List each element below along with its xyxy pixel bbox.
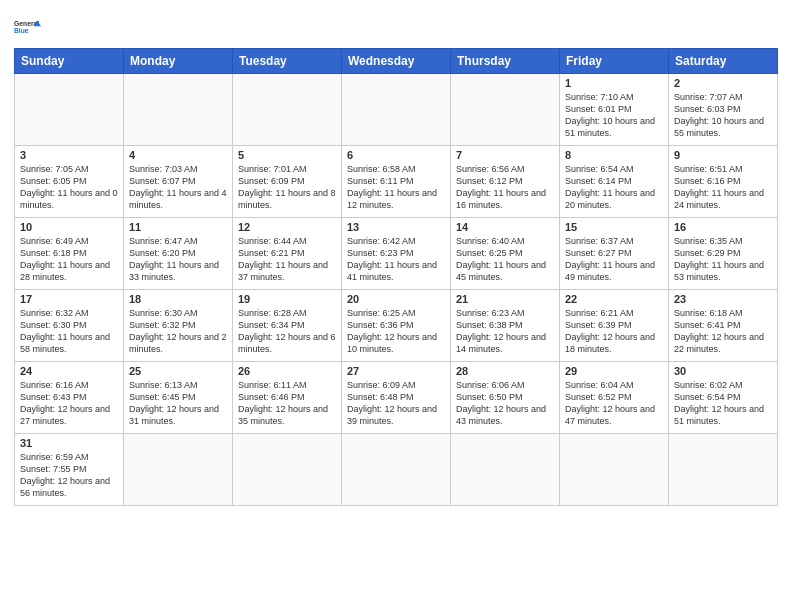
cell-info: Sunrise: 6:42 AM Sunset: 6:23 PM Dayligh… xyxy=(347,235,445,284)
cell-date: 23 xyxy=(674,293,772,305)
calendar-cell xyxy=(560,434,669,506)
cell-info: Sunrise: 7:01 AM Sunset: 6:09 PM Dayligh… xyxy=(238,163,336,212)
cell-info: Sunrise: 6:56 AM Sunset: 6:12 PM Dayligh… xyxy=(456,163,554,212)
header-row: SundayMondayTuesdayWednesdayThursdayFrid… xyxy=(15,49,778,74)
calendar-cell: 28Sunrise: 6:06 AM Sunset: 6:50 PM Dayli… xyxy=(451,362,560,434)
calendar-table: SundayMondayTuesdayWednesdayThursdayFrid… xyxy=(14,48,778,506)
cell-date: 19 xyxy=(238,293,336,305)
calendar-cell: 30Sunrise: 6:02 AM Sunset: 6:54 PM Dayli… xyxy=(669,362,778,434)
cell-date: 6 xyxy=(347,149,445,161)
calendar-cell: 7Sunrise: 6:56 AM Sunset: 6:12 PM Daylig… xyxy=(451,146,560,218)
cell-date: 4 xyxy=(129,149,227,161)
logo-icon: GeneralBlue xyxy=(14,12,44,42)
calendar-cell: 23Sunrise: 6:18 AM Sunset: 6:41 PM Dayli… xyxy=(669,290,778,362)
cell-info: Sunrise: 6:09 AM Sunset: 6:48 PM Dayligh… xyxy=(347,379,445,428)
cell-date: 1 xyxy=(565,77,663,89)
calendar-cell: 31Sunrise: 6:59 AM Sunset: 7:55 PM Dayli… xyxy=(15,434,124,506)
header-day-friday: Friday xyxy=(560,49,669,74)
calendar-cell xyxy=(124,434,233,506)
calendar-cell xyxy=(124,74,233,146)
cell-info: Sunrise: 6:30 AM Sunset: 6:32 PM Dayligh… xyxy=(129,307,227,356)
calendar-cell: 24Sunrise: 6:16 AM Sunset: 6:43 PM Dayli… xyxy=(15,362,124,434)
cell-info: Sunrise: 6:49 AM Sunset: 6:18 PM Dayligh… xyxy=(20,235,118,284)
cell-info: Sunrise: 6:40 AM Sunset: 6:25 PM Dayligh… xyxy=(456,235,554,284)
cell-date: 10 xyxy=(20,221,118,233)
header-day-saturday: Saturday xyxy=(669,49,778,74)
cell-date: 24 xyxy=(20,365,118,377)
cell-date: 29 xyxy=(565,365,663,377)
cell-date: 16 xyxy=(674,221,772,233)
cell-info: Sunrise: 6:51 AM Sunset: 6:16 PM Dayligh… xyxy=(674,163,772,212)
cell-date: 8 xyxy=(565,149,663,161)
cell-date: 22 xyxy=(565,293,663,305)
week-row-5: 31Sunrise: 6:59 AM Sunset: 7:55 PM Dayli… xyxy=(15,434,778,506)
calendar-cell: 15Sunrise: 6:37 AM Sunset: 6:27 PM Dayli… xyxy=(560,218,669,290)
calendar-cell: 2Sunrise: 7:07 AM Sunset: 6:03 PM Daylig… xyxy=(669,74,778,146)
calendar-cell: 3Sunrise: 7:05 AM Sunset: 6:05 PM Daylig… xyxy=(15,146,124,218)
cell-info: Sunrise: 6:32 AM Sunset: 6:30 PM Dayligh… xyxy=(20,307,118,356)
calendar-cell: 13Sunrise: 6:42 AM Sunset: 6:23 PM Dayli… xyxy=(342,218,451,290)
cell-info: Sunrise: 6:47 AM Sunset: 6:20 PM Dayligh… xyxy=(129,235,227,284)
calendar-cell: 8Sunrise: 6:54 AM Sunset: 6:14 PM Daylig… xyxy=(560,146,669,218)
calendar-cell: 20Sunrise: 6:25 AM Sunset: 6:36 PM Dayli… xyxy=(342,290,451,362)
cell-info: Sunrise: 7:03 AM Sunset: 6:07 PM Dayligh… xyxy=(129,163,227,212)
header-day-thursday: Thursday xyxy=(451,49,560,74)
calendar-cell: 5Sunrise: 7:01 AM Sunset: 6:09 PM Daylig… xyxy=(233,146,342,218)
cell-info: Sunrise: 6:54 AM Sunset: 6:14 PM Dayligh… xyxy=(565,163,663,212)
cell-info: Sunrise: 6:25 AM Sunset: 6:36 PM Dayligh… xyxy=(347,307,445,356)
calendar-cell xyxy=(233,434,342,506)
cell-info: Sunrise: 6:37 AM Sunset: 6:27 PM Dayligh… xyxy=(565,235,663,284)
cell-date: 7 xyxy=(456,149,554,161)
cell-info: Sunrise: 6:58 AM Sunset: 6:11 PM Dayligh… xyxy=(347,163,445,212)
cell-info: Sunrise: 7:05 AM Sunset: 6:05 PM Dayligh… xyxy=(20,163,118,212)
calendar-cell xyxy=(15,74,124,146)
calendar-cell: 26Sunrise: 6:11 AM Sunset: 6:46 PM Dayli… xyxy=(233,362,342,434)
calendar-cell: 19Sunrise: 6:28 AM Sunset: 6:34 PM Dayli… xyxy=(233,290,342,362)
cell-date: 27 xyxy=(347,365,445,377)
cell-date: 25 xyxy=(129,365,227,377)
cell-date: 20 xyxy=(347,293,445,305)
cell-date: 18 xyxy=(129,293,227,305)
cell-date: 31 xyxy=(20,437,118,449)
week-row-2: 10Sunrise: 6:49 AM Sunset: 6:18 PM Dayli… xyxy=(15,218,778,290)
calendar-cell xyxy=(342,74,451,146)
cell-info: Sunrise: 7:10 AM Sunset: 6:01 PM Dayligh… xyxy=(565,91,663,140)
cell-date: 3 xyxy=(20,149,118,161)
calendar-cell: 29Sunrise: 6:04 AM Sunset: 6:52 PM Dayli… xyxy=(560,362,669,434)
cell-info: Sunrise: 6:28 AM Sunset: 6:34 PM Dayligh… xyxy=(238,307,336,356)
calendar-cell: 21Sunrise: 6:23 AM Sunset: 6:38 PM Dayli… xyxy=(451,290,560,362)
cell-info: Sunrise: 6:16 AM Sunset: 6:43 PM Dayligh… xyxy=(20,379,118,428)
cell-date: 17 xyxy=(20,293,118,305)
cell-info: Sunrise: 6:23 AM Sunset: 6:38 PM Dayligh… xyxy=(456,307,554,356)
header-day-monday: Monday xyxy=(124,49,233,74)
cell-info: Sunrise: 6:21 AM Sunset: 6:39 PM Dayligh… xyxy=(565,307,663,356)
cell-info: Sunrise: 6:06 AM Sunset: 6:50 PM Dayligh… xyxy=(456,379,554,428)
week-row-3: 17Sunrise: 6:32 AM Sunset: 6:30 PM Dayli… xyxy=(15,290,778,362)
cell-date: 13 xyxy=(347,221,445,233)
calendar-cell: 25Sunrise: 6:13 AM Sunset: 6:45 PM Dayli… xyxy=(124,362,233,434)
calendar-cell: 17Sunrise: 6:32 AM Sunset: 6:30 PM Dayli… xyxy=(15,290,124,362)
header-day-wednesday: Wednesday xyxy=(342,49,451,74)
calendar-cell xyxy=(669,434,778,506)
calendar-cell: 22Sunrise: 6:21 AM Sunset: 6:39 PM Dayli… xyxy=(560,290,669,362)
cell-date: 30 xyxy=(674,365,772,377)
svg-text:Blue: Blue xyxy=(14,27,29,34)
calendar-cell: 14Sunrise: 6:40 AM Sunset: 6:25 PM Dayli… xyxy=(451,218,560,290)
cell-date: 21 xyxy=(456,293,554,305)
calendar-cell: 12Sunrise: 6:44 AM Sunset: 6:21 PM Dayli… xyxy=(233,218,342,290)
cell-date: 14 xyxy=(456,221,554,233)
week-row-4: 24Sunrise: 6:16 AM Sunset: 6:43 PM Dayli… xyxy=(15,362,778,434)
cell-date: 28 xyxy=(456,365,554,377)
cell-info: Sunrise: 6:11 AM Sunset: 6:46 PM Dayligh… xyxy=(238,379,336,428)
calendar-cell xyxy=(451,74,560,146)
calendar-cell: 11Sunrise: 6:47 AM Sunset: 6:20 PM Dayli… xyxy=(124,218,233,290)
cell-info: Sunrise: 6:44 AM Sunset: 6:21 PM Dayligh… xyxy=(238,235,336,284)
calendar-cell: 16Sunrise: 6:35 AM Sunset: 6:29 PM Dayli… xyxy=(669,218,778,290)
calendar-cell xyxy=(342,434,451,506)
cell-info: Sunrise: 6:04 AM Sunset: 6:52 PM Dayligh… xyxy=(565,379,663,428)
calendar-cell xyxy=(233,74,342,146)
logo: GeneralBlue xyxy=(14,12,48,42)
page: GeneralBlue SundayMondayTuesdayWednesday… xyxy=(0,0,792,612)
cell-info: Sunrise: 7:07 AM Sunset: 6:03 PM Dayligh… xyxy=(674,91,772,140)
cell-info: Sunrise: 6:18 AM Sunset: 6:41 PM Dayligh… xyxy=(674,307,772,356)
